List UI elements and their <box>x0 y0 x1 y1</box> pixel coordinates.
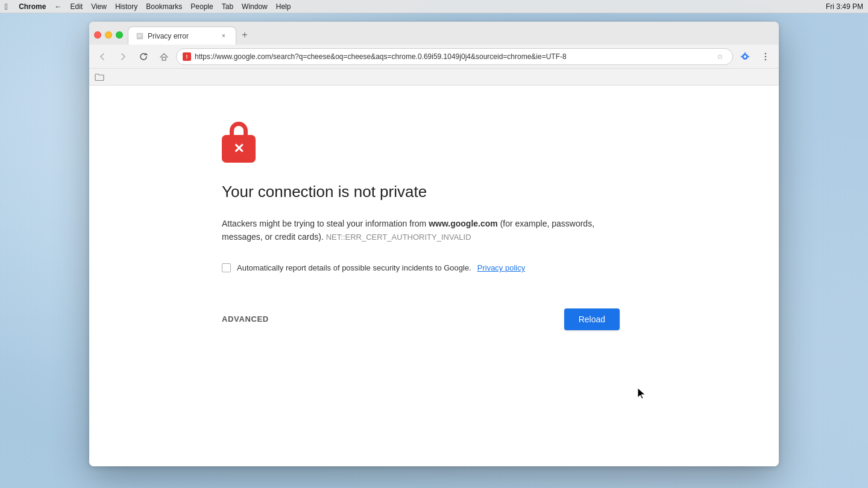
back-button[interactable] <box>94 48 111 65</box>
title-bar: Privacy error × + <box>89 22 779 45</box>
chrome-menu-button[interactable] <box>737 48 753 65</box>
menubar-edit[interactable]: Edit <box>70 2 83 11</box>
svg-rect-3 <box>162 57 166 60</box>
menubar-window[interactable]: Window <box>242 2 268 11</box>
privacy-policy-link[interactable]: Privacy policy <box>477 263 525 272</box>
forward-icon <box>118 52 128 61</box>
lock-x-symbol: ✕ <box>233 142 244 155</box>
more-icon <box>761 52 770 61</box>
menubar-people[interactable]: People <box>190 2 213 11</box>
menubar-file[interactable]: ← <box>54 2 61 11</box>
forward-button[interactable] <box>115 48 131 65</box>
menu-bar:  Chrome ← Edit View History Bookmarks P… <box>0 0 868 13</box>
back-icon <box>98 52 107 61</box>
svg-point-5 <box>744 55 746 58</box>
error-icon-container: ✕ <box>222 122 258 163</box>
menubar-help[interactable]: Help <box>276 2 291 11</box>
menubar-bookmarks[interactable]: Bookmarks <box>146 2 182 11</box>
url-text: https://www.google.com/search?q=cheese&o… <box>195 52 709 61</box>
bookmark-button[interactable]: ☆ <box>713 50 726 63</box>
menubar-app-name[interactable]: Chrome <box>19 2 46 11</box>
active-tab[interactable]: Privacy error × <box>128 27 236 45</box>
lock-error-icon: ✕ <box>222 122 258 163</box>
traffic-lights <box>94 31 123 39</box>
bookmarks-folder-button[interactable] <box>94 72 105 83</box>
address-actions: ☆ <box>713 50 726 63</box>
minimize-button[interactable] <box>105 31 112 39</box>
checkbox-label: Automatically report details of possible… <box>237 263 471 272</box>
menubar-left:  Chrome ← Edit View History Bookmarks P… <box>5 2 291 11</box>
svg-point-7 <box>765 55 767 57</box>
reload-button[interactable] <box>135 48 152 65</box>
svg-point-8 <box>765 58 767 60</box>
close-button[interactable] <box>94 31 101 39</box>
menubar-history[interactable]: History <box>115 2 137 11</box>
tab-close-button[interactable]: × <box>219 31 228 41</box>
new-tab-button[interactable]: + <box>236 27 253 43</box>
home-icon <box>159 52 169 61</box>
home-button[interactable] <box>156 48 172 65</box>
menubar-tab[interactable]: Tab <box>222 2 233 11</box>
toolbar: ! https://www.google.com/search?q=cheese… <box>89 45 779 69</box>
menubar-view[interactable]: View <box>91 2 107 11</box>
svg-rect-1 <box>138 34 142 35</box>
maximize-button[interactable] <box>116 31 123 39</box>
folder-icon <box>95 73 104 81</box>
browser-window: Privacy error × + <box>89 22 779 466</box>
chrome-menu-icon <box>740 52 750 61</box>
apple-logo-icon[interactable]:  <box>5 2 8 11</box>
error-heading: Your connection is not private <box>222 182 427 202</box>
security-error-icon: ! <box>183 52 191 61</box>
address-bar[interactable]: ! https://www.google.com/search?q=cheese… <box>176 48 733 65</box>
error-body: Attackers might be trying to steal your … <box>222 217 596 244</box>
checkbox-row: Automatically report details of possible… <box>222 263 525 272</box>
menubar-time: Fri 3:49 PM <box>826 2 863 11</box>
svg-point-6 <box>765 52 767 54</box>
bookmarks-bar <box>89 69 779 86</box>
page-content: ✕ Your connection is not private Attacke… <box>89 86 779 466</box>
tab-page-icon <box>136 32 144 40</box>
security-report-checkbox[interactable] <box>222 263 231 272</box>
buttons-row: ADVANCED Reload <box>222 308 620 330</box>
menubar-right: Fri 3:49 PM <box>826 2 863 11</box>
advanced-button[interactable]: ADVANCED <box>222 310 269 328</box>
reload-page-button[interactable]: Reload <box>564 308 620 330</box>
tab-bar: Privacy error × + <box>128 27 774 45</box>
tab-title: Privacy error <box>148 32 215 40</box>
reload-icon <box>139 52 148 61</box>
svg-rect-2 <box>138 36 141 37</box>
more-button[interactable] <box>757 48 774 65</box>
